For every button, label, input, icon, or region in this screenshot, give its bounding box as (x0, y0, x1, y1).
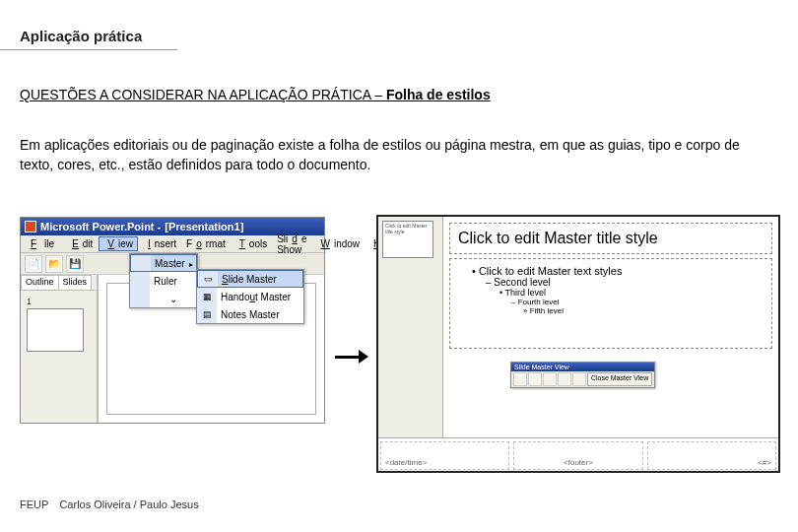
submenu-label: Notes Master (217, 309, 303, 320)
master-thumbnails-pane: Click to edit Master title style (378, 217, 443, 437)
blank-icon (130, 290, 150, 307)
close-master-view-button[interactable]: Close Master View (587, 372, 652, 386)
master-editing-area: Click to edit Master title style • Click… (443, 217, 778, 437)
master-thumbnail[interactable]: Click to edit Master title style (382, 221, 433, 258)
submenu-label: Handout Master (217, 292, 303, 302)
master-title-placeholder[interactable]: Click to edit Master title style (449, 223, 772, 254)
master-footer-row: <date/time> <footer> <#> (378, 437, 778, 473)
insert-slide-master-icon[interactable] (513, 372, 527, 386)
section-subtitle: QUESTÕES A CONSIDERAR NA APLICAÇÃO PRÁTI… (20, 87, 491, 102)
toolbar-open-icon[interactable]: 📂 (45, 255, 63, 273)
notes-master-icon: ▤ (197, 305, 217, 323)
view-dropdown: Master Ruler ⌄ (129, 253, 198, 308)
title-prefix: Microsoft Power.Point - (40, 221, 161, 233)
arrow-icon (335, 350, 368, 364)
subtitle-prefix: QUESTÕES A CONSIDERAR NA APLICAÇÃO PRÁTI… (20, 87, 386, 102)
thumb-number: 1 (27, 297, 91, 306)
menubar: File Edit View Insert Format Tools Slide… (21, 235, 324, 253)
submenu-slide-master[interactable]: ▭ Slide Master (197, 270, 303, 288)
footer-slide-number-placeholder[interactable]: <#> (647, 441, 776, 470)
bullet-level-4: Fourth level (472, 298, 762, 306)
delete-master-icon[interactable] (543, 372, 557, 386)
submenu-notes-master[interactable]: ▤ Notes Master (197, 305, 303, 323)
menu-file[interactable]: File (23, 237, 62, 250)
bullet-level-3: Third level (472, 288, 762, 298)
blank-icon (131, 255, 151, 271)
master-text-placeholder[interactable]: • Click to edit Master text styles Secon… (449, 258, 772, 349)
menu-item-ruler[interactable]: Ruler (130, 272, 197, 290)
menu-item-label: Ruler (150, 276, 197, 287)
powerpoint-window-left: Microsoft Power.Point - [Presentation1] … (20, 217, 325, 424)
footer-org: FEUP (20, 499, 48, 510)
rename-master-icon[interactable] (572, 372, 586, 386)
submenu-label: Slide Master (218, 274, 302, 285)
submenu-caret-icon (189, 258, 196, 269)
menu-item-label: Master (151, 258, 189, 269)
slide-master-icon: ▭ (198, 271, 218, 287)
footer-center-placeholder[interactable]: <footer> (513, 441, 642, 470)
header-rule (0, 49, 177, 50)
footer-date-placeholder[interactable]: <date/time> (380, 441, 509, 470)
submenu-handout-master[interactable]: ▦ Handout Master (197, 288, 303, 305)
preserve-master-icon[interactable] (558, 372, 571, 386)
menu-slideshow[interactable]: Slide Show (273, 233, 310, 256)
title-doc: [Presentation1] (165, 221, 243, 233)
menu-window[interactable]: Window (312, 237, 364, 250)
blank-icon (130, 272, 150, 290)
bullet-level-2: Second level (472, 277, 762, 288)
menu-edit[interactable]: Edit (64, 237, 97, 250)
powerpoint-icon (25, 221, 36, 233)
insert-title-master-icon[interactable] (528, 372, 542, 386)
handout-master-icon: ▦ (197, 288, 217, 305)
thumb-title-text: Click to edit Master title style (383, 222, 432, 236)
slide-master-toolbar: Slide Master View Close Master View (510, 362, 655, 388)
menu-view[interactable]: View (99, 236, 138, 251)
menu-item-expand[interactable]: ⌄ (130, 290, 197, 307)
slide-thumbnail[interactable] (27, 308, 84, 352)
menu-format[interactable]: Format (182, 237, 230, 250)
master-submenu: ▭ Slide Master ▦ Handout Master ▤ Notes … (196, 269, 304, 324)
menu-item-master[interactable]: Master (130, 254, 197, 272)
footer-authors: Carlos Oliveira / Paulo Jesus (59, 499, 198, 510)
slides-pane: Outline Slides 1 (21, 275, 98, 423)
master-title-text: Click to edit Master title style (458, 230, 764, 247)
menu-insert[interactable]: Insert (140, 237, 180, 250)
bullet-level-5: Fifth level (472, 306, 762, 315)
toolbar-save-icon[interactable]: 💾 (66, 255, 84, 273)
tab-slides[interactable]: Slides (58, 275, 93, 290)
chevron-down-icon: ⌄ (150, 294, 197, 304)
bullet-level-1: • Click to edit Master text styles (472, 265, 762, 277)
toolbar-title: Slide Master View (511, 363, 654, 371)
menu-tools[interactable]: Tools (232, 237, 271, 250)
tab-outline[interactable]: Outline (21, 275, 59, 290)
toolbar-new-icon[interactable]: 📄 (25, 255, 42, 273)
subtitle-emphasis: Folha de estilos (386, 87, 491, 102)
body-paragraph: Em aplicações editoriais ou de paginação… (20, 136, 768, 174)
powerpoint-slide-master-view: Click to edit Master title style Click t… (376, 215, 780, 473)
slide-footer: FEUP Carlos Oliveira / Paulo Jesus (20, 499, 199, 510)
page-header: Aplicação prática (20, 28, 142, 44)
